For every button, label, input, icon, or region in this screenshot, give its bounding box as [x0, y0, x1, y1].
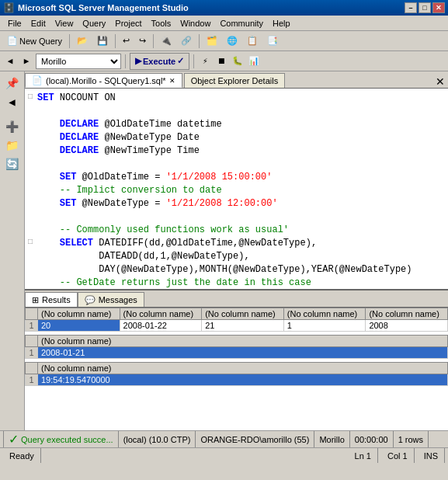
pin-button[interactable]: 📌 [3, 75, 22, 92]
tab-object-explorer[interactable]: Object Explorer Details [184, 73, 286, 88]
save-button[interactable]: 💾 [93, 33, 112, 50]
ins-status: INS [418, 448, 445, 463]
refresh-button[interactable]: 🔄 [3, 155, 22, 172]
ready-text: Ready [9, 451, 34, 461]
results-tab-results[interactable]: ⊞ Results [25, 292, 78, 307]
tab-sqlquery-label: (local).Morillo - SQLQuery1.sql* [46, 76, 166, 85]
sql-line-8: -- Commonly used functions work as usual… [28, 224, 445, 237]
table-row-2: 1 2008-01-21 [26, 347, 448, 359]
results-grid[interactable]: (No column name) (No column name) (No co… [25, 308, 448, 430]
undo-button[interactable]: ↩ [119, 33, 134, 50]
col-text: Col 1 [387, 451, 408, 461]
menu-window[interactable]: Window [175, 17, 215, 30]
line-marker-1: □ [28, 92, 37, 103]
sql-line-4: DECLARE @NewTimeType Time [28, 144, 445, 158]
execute-checkmark: ✓ [177, 56, 184, 66]
col-header-3: (No column name) [202, 308, 284, 320]
parse-button[interactable]: ⚡ [198, 54, 212, 68]
ln-text: Ln 1 [355, 451, 371, 461]
tab-sqlquery-icon: 📄 [32, 75, 43, 85]
template-button[interactable]: 📑 [263, 33, 282, 50]
sql-line-12: -- GetDate returns just the date in this… [28, 277, 445, 290]
menu-community[interactable]: Community [215, 17, 268, 30]
save-icon: 💾 [97, 36, 108, 46]
menu-tools[interactable]: Tools [147, 17, 176, 30]
right-arrow-button[interactable]: ▶ [19, 54, 33, 68]
ln-status: Ln 1 [349, 448, 378, 463]
connect-icon: 🔌 [161, 36, 172, 46]
row-num-header-2 [26, 336, 38, 347]
query-status: ✓ Query executed succe... [3, 431, 119, 447]
menu-file[interactable]: File [3, 17, 26, 30]
menu-help[interactable]: Help [268, 17, 295, 30]
redo-button[interactable]: ↪ [135, 33, 150, 50]
disconnect-button[interactable]: 🔗 [177, 33, 196, 50]
status-bar: ✓ Query executed succe... (local) (10.0 … [0, 430, 448, 447]
menu-view[interactable]: View [50, 17, 78, 30]
object-explorer-button[interactable]: 🌐 [223, 33, 241, 50]
tab-sqlquery[interactable]: 📄 (local).Morillo - SQLQuery1.sql* ✕ [25, 73, 182, 88]
panel-close-button[interactable]: ✕ [436, 75, 445, 88]
connection-text: ORANGE-RDO\amorillo (55) [200, 435, 309, 444]
properties-icon: 📋 [247, 36, 258, 46]
cell-1-5[interactable]: 2008 [366, 320, 448, 332]
results-icon: ⊞ [32, 295, 39, 305]
results-mode-button[interactable]: 📊 [247, 54, 261, 68]
minimize-button[interactable]: – [405, 2, 417, 13]
col-header-5: (No column name) [366, 308, 448, 320]
undo-icon: ↩ [123, 36, 130, 46]
cell-1-4[interactable]: 1 [283, 320, 366, 332]
col3-header-1: (No column name) [38, 363, 448, 374]
cell-1-2[interactable]: 2008-01-22 [120, 320, 202, 332]
sql-line-blank1 [28, 105, 445, 118]
server-text: (local) (10.0 CTP) [123, 435, 191, 444]
cell-2-1[interactable]: 2008-01-21 [38, 347, 448, 359]
cell-3-1[interactable]: 19:54:19.5470000 [38, 374, 448, 386]
rows-text: 1 rows [398, 435, 423, 444]
success-text: Query executed succe... [21, 435, 113, 444]
debug-button[interactable]: 🐛 [231, 54, 245, 68]
sql-line-3: DECLARE @NewDateType Date [28, 131, 445, 144]
properties-button[interactable]: 📋 [243, 33, 262, 50]
left-arrow-button[interactable]: ◀ [3, 54, 17, 68]
sql-editor[interactable]: □ SET NOCOUNT ON DECLARE @OldDateTime da… [25, 89, 448, 290]
tab-sqlquery-close[interactable]: ✕ [169, 77, 175, 85]
app-icon: 🗄️ [3, 2, 15, 13]
database-text: Morillo [319, 435, 344, 444]
col-header-2: (No column name) [120, 308, 202, 320]
open-button[interactable]: 📂 [73, 33, 92, 50]
results-tab-messages[interactable]: 💬 Messages [78, 292, 144, 307]
new-query-icon: 📄 [7, 36, 18, 46]
collapse-button[interactable]: ◀ [3, 93, 22, 110]
execute-button[interactable]: ▶ Execute ✓ [130, 53, 189, 70]
sql-line-9: □ SELECT DATEDIFF(dd,@OldDateTime,@NewDa… [28, 237, 445, 250]
connect-button[interactable]: 🔌 [157, 33, 175, 50]
folder-button[interactable]: 📁 [3, 137, 22, 154]
row-num-header [26, 308, 38, 320]
results-panel: ⊞ Results 💬 Messages (No colu [25, 290, 448, 430]
toolbar-separator-2 [115, 34, 116, 48]
cancel-button[interactable]: ⏹ [214, 54, 228, 68]
toolbar2-separator [125, 54, 126, 68]
cell-1-3[interactable]: 21 [202, 320, 284, 332]
solution-button[interactable]: 🗂️ [203, 33, 221, 50]
window-controls: – □ ✕ [405, 2, 445, 13]
close-button[interactable]: ✕ [432, 2, 445, 13]
maximize-button[interactable]: □ [418, 2, 431, 13]
redo-icon: ↪ [139, 36, 146, 46]
menu-edit[interactable]: Edit [26, 17, 50, 30]
sql-line-1: □ SET NOCOUNT ON [28, 92, 445, 105]
new-query-label: New Query [19, 37, 62, 46]
result-table-1: (No column name) (No column name) (No co… [25, 308, 448, 332]
expand-all-button[interactable]: ➕ [3, 118, 22, 135]
database-selector[interactable]: Morillo [36, 54, 121, 69]
sql-line-10: DATEADD(dd,1,@NewDateType), [28, 250, 445, 263]
new-query-button[interactable]: 📄 New Query [3, 33, 66, 50]
cell-1-1[interactable]: 20 [38, 320, 120, 332]
ready-status: Ready [3, 448, 41, 463]
menu-query[interactable]: Query [78, 17, 110, 30]
table-row: 1 20 2008-01-22 21 1 2008 [26, 320, 448, 332]
disconnect-icon: 🔗 [181, 36, 192, 46]
menu-project[interactable]: Project [110, 17, 146, 30]
toolbar-separator-3 [153, 34, 154, 48]
